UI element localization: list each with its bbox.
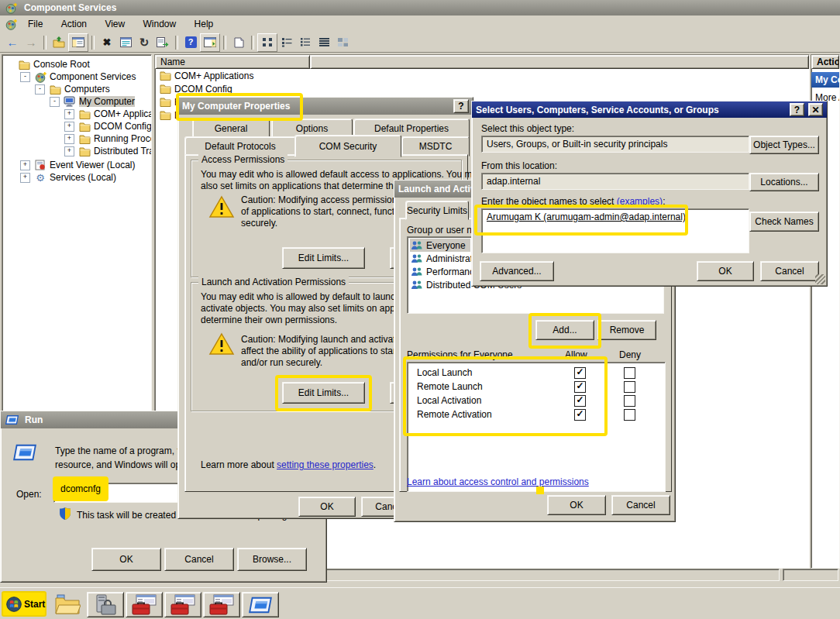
- run-cancel-button[interactable]: Cancel: [164, 548, 234, 571]
- view-large-icons-icon[interactable]: [257, 33, 277, 52]
- check-names-button[interactable]: Check Names: [749, 211, 819, 232]
- tree-item-event-viewer[interactable]: + Event Viewer (Local): [20, 159, 151, 171]
- local-activation-allow-checkbox[interactable]: [574, 395, 586, 407]
- properties-ok-button[interactable]: OK: [298, 497, 356, 517]
- collapse-icon[interactable]: -: [35, 84, 45, 95]
- toolbar-separator: [91, 36, 95, 50]
- setting-properties-link[interactable]: setting these properties: [277, 459, 374, 470]
- run-browse-button[interactable]: Browse...: [237, 548, 307, 571]
- tree-item-dcom-config[interactable]: + DCOM Config: [64, 120, 151, 132]
- tree-item-distributed-transaction[interactable]: + Distributed Transaction Coordinator: [64, 145, 151, 157]
- mmc-console-taskbar-button-3[interactable]: [203, 592, 240, 617]
- properties-icon[interactable]: [116, 34, 135, 51]
- start-button[interactable]: Start: [2, 591, 46, 617]
- view-small-icons-icon[interactable]: [277, 34, 296, 51]
- menu-help[interactable]: Help: [187, 15, 222, 33]
- close-icon[interactable]: ✕: [808, 103, 823, 116]
- show-hide-action-pane-icon[interactable]: [200, 33, 220, 52]
- back-icon[interactable]: ←: [3, 34, 22, 51]
- open-label: Open:: [16, 489, 42, 500]
- refresh-icon[interactable]: ↻: [135, 34, 153, 51]
- new-taskpad-view-icon[interactable]: [229, 34, 248, 51]
- run-taskbar-button[interactable]: [242, 592, 279, 617]
- tree-item-com-applications[interactable]: + COM+ Applications: [64, 108, 151, 120]
- tree-item-my-computer[interactable]: - My Computer: [50, 95, 151, 108]
- menu-window[interactable]: Window: [136, 15, 184, 33]
- menu-action[interactable]: Action: [53, 15, 95, 33]
- menu-view[interactable]: View: [97, 15, 133, 33]
- menu-file[interactable]: File: [20, 15, 50, 33]
- select-ok-button[interactable]: OK: [697, 261, 754, 281]
- tab-com-security[interactable]: COM Security: [294, 135, 401, 157]
- collapse-icon[interactable]: -: [20, 72, 30, 82]
- launch-edit-limits-button[interactable]: Edit Limits...: [282, 382, 365, 404]
- forward-icon[interactable]: →: [22, 34, 40, 51]
- permission-ok-button[interactable]: OK: [547, 495, 606, 515]
- add-button[interactable]: Add...: [535, 320, 594, 340]
- mmc-toolbox-icon: [209, 594, 234, 616]
- tree-item-component-services[interactable]: - Component Services: [20, 70, 151, 83]
- access-edit-limits-button[interactable]: Edit Limits...: [282, 247, 365, 269]
- view-details-icon[interactable]: [315, 34, 333, 51]
- help-button[interactable]: ?: [453, 99, 469, 113]
- toolbar-separator: [251, 36, 254, 50]
- highlight-ok-marker: [536, 487, 544, 494]
- expand-icon[interactable]: +: [64, 146, 74, 156]
- expand-icon[interactable]: +: [64, 122, 74, 132]
- local-launch-deny-checkbox[interactable]: [624, 367, 635, 379]
- remote-activation-allow-checkbox[interactable]: [574, 409, 586, 421]
- tree-item-services[interactable]: + ⚙ Services (Local): [20, 171, 151, 184]
- list-item[interactable]: DCOM Config: [155, 82, 809, 95]
- local-launch-allow-checkbox[interactable]: [574, 367, 586, 379]
- advanced-button[interactable]: Advanced...: [480, 261, 554, 281]
- explorer-folder-icon[interactable]: [51, 592, 84, 616]
- help-icon[interactable]: ?: [181, 34, 200, 51]
- remote-launch-allow-checkbox[interactable]: [574, 381, 586, 393]
- examples-link[interactable]: (examples): [617, 196, 663, 207]
- list-item[interactable]: COM+ Applications: [155, 69, 809, 82]
- component-services-icon: [4, 2, 18, 14]
- remove-button[interactable]: Remove: [597, 320, 656, 340]
- run-icon: [5, 415, 19, 425]
- show-hide-console-tree-icon[interactable]: [68, 33, 88, 52]
- run-dialog-title: Run: [25, 414, 43, 425]
- object-names-textarea[interactable]: Arumugam K (arumugam-admin@adap.internal…: [481, 208, 749, 253]
- object-types-button[interactable]: Object Types...: [749, 136, 819, 154]
- properties-title: My Computer Properties: [182, 101, 449, 112]
- export-list-icon[interactable]: [153, 34, 172, 51]
- expand-icon[interactable]: +: [20, 160, 30, 170]
- view-customize-icon[interactable]: [333, 34, 352, 51]
- permission-row-local-activation: Local Activation: [408, 395, 665, 409]
- learn-more-text: Learn more about setting these propertie…: [201, 459, 376, 470]
- help-button[interactable]: ?: [790, 103, 804, 116]
- windows-logo-icon: [6, 597, 22, 612]
- tree-item-console-root[interactable]: Console Root: [5, 58, 151, 70]
- view-list-icon[interactable]: [296, 34, 315, 51]
- local-activation-deny-checkbox[interactable]: [624, 395, 635, 407]
- permission-cancel-button[interactable]: Cancel: [611, 495, 670, 515]
- object-type-field: Users, Groups, or Built-in security prin…: [481, 136, 749, 153]
- column-header-name[interactable]: Name: [155, 55, 310, 69]
- delete-icon[interactable]: ✖: [98, 34, 116, 51]
- remote-activation-deny-checkbox[interactable]: [624, 409, 635, 421]
- permission-row-remote-activation: Remote Activation: [408, 409, 665, 423]
- expand-icon[interactable]: +: [64, 134, 74, 144]
- expand-icon[interactable]: +: [64, 109, 74, 119]
- up-one-level-icon[interactable]: [50, 34, 68, 51]
- expand-icon[interactable]: +: [20, 173, 30, 183]
- tree-item-running-processes[interactable]: + Running Processes: [64, 132, 151, 145]
- select-users-titlebar: Select Users, Computers, Service Account…: [472, 101, 827, 118]
- select-cancel-button[interactable]: Cancel: [760, 261, 819, 281]
- access-control-link[interactable]: Learn about access control and permissio…: [407, 476, 589, 487]
- resize-grip[interactable]: [815, 274, 825, 284]
- tab-security-limits[interactable]: Security Limits: [405, 201, 469, 220]
- collapse-icon[interactable]: -: [50, 97, 60, 107]
- locations-button[interactable]: Locations...: [749, 173, 819, 191]
- remote-launch-deny-checkbox[interactable]: [624, 381, 635, 393]
- run-ok-button[interactable]: OK: [91, 548, 161, 571]
- tree-item-computers[interactable]: - Computers: [35, 83, 151, 95]
- mmc-console-taskbar-button-1[interactable]: [126, 592, 163, 617]
- location-field: adap.internal: [481, 173, 749, 190]
- mmc-console-taskbar-button-2[interactable]: [164, 592, 201, 617]
- admin-tools-taskbar-button[interactable]: [87, 592, 124, 617]
